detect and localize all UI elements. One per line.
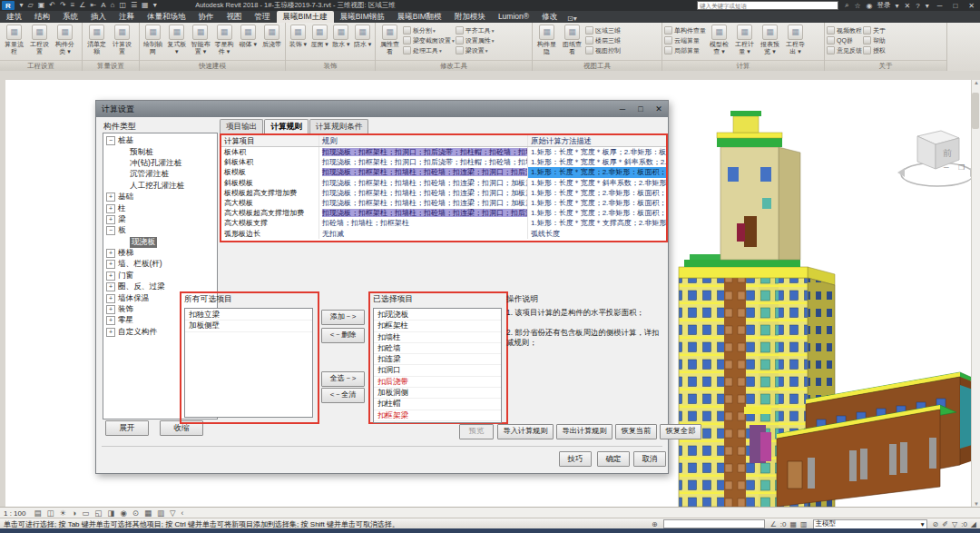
dialog-tab-计算规则[interactable]: 计算规则 <box>264 119 308 133</box>
dialog-close-button[interactable]: ✕ <box>650 104 668 114</box>
ribbon-item-视图控制[interactable]: 视图控制 <box>585 45 621 55</box>
ribbon-item-关于[interactable]: 关于 <box>863 25 886 35</box>
table-row[interactable]: 板模板超高支撑增加费扣现浇板；扣框架柱；扣墙柱；扣砼墙；扣连梁；扣洞口；加板洞侧… <box>221 188 666 198</box>
grid-b-icon[interactable]: ▥ <box>800 520 808 528</box>
tree-item-现浇板[interactable]: 现浇板 <box>106 237 217 248</box>
table-row[interactable]: 斜板体积扣现浇板；扣框架柱；扣洞口；扣后浇带；扣柱帽；扣砼墙；扣墙柱1.矩形：长… <box>221 157 666 167</box>
ribbon-button-报表预览[interactable]: ▦报表预览 ▾ <box>758 24 782 54</box>
section-icon[interactable]: ◫ <box>119 1 126 9</box>
tree-item-墙、栏板(杆)[interactable]: +墙、栏板(杆) <box>106 259 217 270</box>
ribbon-button-屋面[interactable]: ▦屋面 ▾ <box>309 24 330 48</box>
exclude-options-icon[interactable]: ⊘ <box>933 520 939 528</box>
tree-toggle-icon[interactable]: + <box>106 271 115 281</box>
dialog-tab-项目输出[interactable]: 项目输出 <box>220 119 263 133</box>
favorites-icon[interactable]: ☆ <box>854 2 860 10</box>
ribbon-tab-建筑[interactable]: 建筑 <box>0 11 28 23</box>
ribbon-item-单构件查量[interactable]: 单构件查量 <box>664 25 706 35</box>
ribbon-item-处理工具[interactable]: 处理工具▾ <box>403 45 455 55</box>
list-item[interactable]: 扣独立梁 <box>185 310 312 321</box>
ribbon-button-构件显隐[interactable]: ▦构件显隐 <box>534 24 559 54</box>
viewcube[interactable]: 前 <box>890 120 980 192</box>
ribbon-button-防水[interactable]: ▦防水 ▾ <box>352 24 373 48</box>
ribbon-item-意见反馈[interactable]: 意见反馈 <box>827 45 862 55</box>
account-icon[interactable]: ◉ <box>867 2 873 10</box>
crop-view-icon[interactable]: ▭ <box>82 508 89 518</box>
tree-item-梁[interactable]: +梁 <box>106 214 217 225</box>
tree-toggle-icon[interactable]: + <box>106 282 115 291</box>
ribbon-button-图纸查看[interactable]: ▦图纸查看 <box>560 24 584 54</box>
available-items-list[interactable]: 扣独立梁加板侧壁 <box>184 308 313 418</box>
tree-item-楼梯[interactable]: +楼梯 <box>106 248 217 259</box>
ribbon-button-工程导出[interactable]: ▦工程导出 ▾ <box>783 24 808 54</box>
ribbon-display-toggle-icon[interactable]: ⊡▾ <box>567 15 577 23</box>
transfer-button-0[interactable]: 添加－> <box>321 310 365 325</box>
tree-toggle-icon[interactable]: + <box>106 192 115 202</box>
tree-toggle-icon[interactable]: − <box>106 226 115 235</box>
save-icon[interactable]: ▣ <box>38 1 45 9</box>
dialog-minimize-button[interactable]: ─ <box>613 104 632 114</box>
list-item[interactable]: 扣连梁 <box>374 354 501 365</box>
table-row[interactable]: 高大模板支撑扣砼墙；扣墙柱；扣框架柱1.矩形：长度＊宽度＊支撑高度；2.非矩形：… <box>221 218 666 228</box>
ribbon-button-装饰[interactable]: ▦装饰 ▾ <box>288 24 309 48</box>
tree-item-预制桩[interactable]: 预制桩 <box>106 146 217 157</box>
redo-icon[interactable]: ↷ <box>60 1 66 9</box>
ribbon-button-砌体[interactable]: ▦砌体 ▾ <box>237 24 260 48</box>
button-导出计算规则[interactable]: 导出计算规则 <box>556 424 612 439</box>
customize-qat-icon[interactable]: ▾ <box>153 1 157 9</box>
ribbon-button-复式板[interactable]: ▦复式板 ▾ <box>165 24 188 54</box>
ribbon-button-工程设置[interactable]: ▦工程设置 <box>27 24 52 54</box>
text-icon[interactable]: A <box>101 1 105 9</box>
temporary-view-properties-icon[interactable]: ⊙ <box>132 508 139 518</box>
tree-toggle-icon[interactable]: + <box>106 260 115 269</box>
list-item[interactable]: 扣现浇板 <box>374 310 501 321</box>
ribbon-tab-注释[interactable]: 注释 <box>113 11 141 23</box>
ribbon-button-模型检查[interactable]: ▦模型检查 ▾ <box>707 24 731 54</box>
ribbon-tab-Lumion®[interactable]: Lumion® <box>492 11 535 23</box>
table-row[interactable]: 弧形板边长无扣减弧线长度 <box>221 229 666 239</box>
sun-path-icon[interactable]: ☀ <box>60 508 67 518</box>
detail-level-icon[interactable]: ▤ <box>34 508 41 518</box>
tree-toggle-icon[interactable]: + <box>106 305 115 314</box>
tree-item-沉管灌注桩[interactable]: 沉管灌注桩 <box>106 169 217 180</box>
revit-logo-icon[interactable]: R <box>2 1 15 10</box>
measure-icon[interactable]: ∠ <box>79 1 85 9</box>
design-options-select[interactable]: 主模型 ▾ <box>813 519 927 529</box>
dialog-tab-计算规则条件[interactable]: 计算规则条件 <box>309 119 369 133</box>
ribbon-tab-结构[interactable]: 结构 <box>28 11 56 23</box>
dialog-maximize-button[interactable]: □ <box>632 104 650 114</box>
ribbon-item-视频教程[interactable]: 视频教程 <box>827 25 862 35</box>
list-item[interactable]: 扣后浇带 <box>374 377 501 388</box>
ribbon-item-梁设置[interactable]: 梁设置▾ <box>456 45 495 55</box>
ribbon-item-设置属性[interactable]: 设置属性▾ <box>456 35 495 45</box>
tree-toggle-icon[interactable]: + <box>106 249 115 258</box>
ribbon-tab-管理[interactable]: 管理 <box>249 11 277 23</box>
tree-item-人工挖孔灌注桩[interactable]: 人工挖孔灌注桩 <box>106 181 217 192</box>
button-恢复全部[interactable]: 恢复全部 <box>660 424 701 439</box>
scroll-up-icon[interactable]: ▲ <box>974 80 979 85</box>
list-item[interactable]: 加板侧壁 <box>185 321 312 331</box>
ribbon-button-散水[interactable]: ▦散水 ▾ <box>331 24 352 48</box>
tree-toggle-icon[interactable]: + <box>106 328 115 337</box>
table-row[interactable]: 高大模板超高支撑增加费扣现浇板；扣框架柱；扣墙柱；扣砼墙；扣连梁；扣洞口；扣后浇… <box>221 208 666 218</box>
ribbon-tab-晨曦BIM土建[interactable]: 晨曦BIM土建 <box>277 11 334 23</box>
ribbon-tab-协作[interactable]: 协作 <box>192 11 220 23</box>
reveal-hidden-icon[interactable]: ◉ <box>120 508 126 518</box>
help-caret-icon[interactable]: ▾ <box>926 2 929 10</box>
ribbon-item-QQ群[interactable]: QQ群 <box>827 35 862 45</box>
search-icon[interactable]: ⌕ <box>845 1 848 10</box>
help-button[interactable]: ? <box>916 2 919 10</box>
thin-lines-icon[interactable]: ☰ <box>131 1 137 9</box>
ribbon-button-清单定额[interactable]: ▦清单定额 <box>84 24 109 54</box>
ribbon-item-局部算量[interactable]: 局部算量 <box>664 45 706 55</box>
ribbon-tab-体量和场地[interactable]: 体量和场地 <box>141 11 192 23</box>
ribbon-item-授权[interactable]: 授权 <box>863 45 886 55</box>
ribbon-tab-附加模块[interactable]: 附加模块 <box>448 11 492 23</box>
view-scale[interactable]: 1 : 100 <box>4 509 25 518</box>
aligned-dimension-icon[interactable]: ⇤ <box>90 1 96 9</box>
ribbon-button-算量流程[interactable]: ▦算量流程 <box>2 24 26 54</box>
rule-table[interactable]: 计算项目规则原始计算方法描述板体积扣现浇板；扣框架柱；扣洞口；扣后浇带；扣柱帽；… <box>221 135 666 241</box>
tree-item-门窗[interactable]: +门窗 <box>106 271 217 281</box>
list-item[interactable]: 扣洞口 <box>374 365 501 376</box>
ribbon-item-平齐工具[interactable]: 平齐工具▾ <box>456 25 495 35</box>
window-minimize-button[interactable]: ─ <box>937 2 943 10</box>
